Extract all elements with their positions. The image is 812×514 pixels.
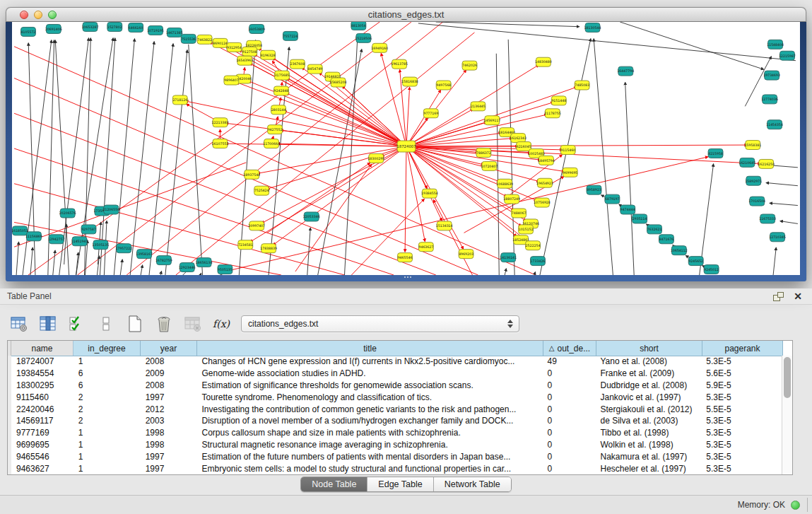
graph-node[interactable]: 18495794 xyxy=(538,156,555,165)
graph-node[interactable]: 16185051 xyxy=(12,226,28,235)
graph-node[interactable]: 7525424 xyxy=(254,186,269,195)
graph-node[interactable]: 15958381 xyxy=(744,141,761,150)
graph-node[interactable]: 19734693 xyxy=(763,71,780,80)
graph-node[interactable]: 8813054 xyxy=(351,22,366,30)
graph-node[interactable]: 14671385 xyxy=(166,28,183,37)
graph-node[interactable]: 2367608 xyxy=(290,59,305,69)
graph-node[interactable]: 9463627 xyxy=(418,243,433,252)
graph-node[interactable]: 22053346 xyxy=(303,212,320,221)
table-row[interactable]: 977716911998Corpus callosum shape and si… xyxy=(8,427,782,439)
graph-node[interactable]: 3175685 xyxy=(275,71,290,80)
table-row[interactable]: 946362711997Embryonic stem cells: a mode… xyxy=(8,462,782,474)
graph-node[interactable]: 11548408 xyxy=(767,40,784,49)
graph-node[interactable]: 8196328 xyxy=(261,50,276,59)
graph-node[interactable]: 7515536 xyxy=(181,34,196,43)
graph-node[interactable]: 21178755 xyxy=(544,109,561,118)
graph-node[interactable]: 16447794 xyxy=(617,66,634,76)
graph-node[interactable]: 17016504 xyxy=(748,197,765,206)
graph-node[interactable]: 8215958 xyxy=(708,148,723,158)
splitter-handle[interactable] xyxy=(404,276,413,281)
graph-node[interactable]: 10720407 xyxy=(481,161,498,170)
graph-node[interactable]: 12215987 xyxy=(779,51,796,60)
new-document-icon[interactable] xyxy=(125,314,145,334)
graph-node[interactable]: 9242848 xyxy=(274,86,289,95)
graph-node[interactable]: 14569117 xyxy=(483,116,500,125)
close-window-icon[interactable] xyxy=(20,11,28,19)
graph-node[interactable]: 9896407 xyxy=(224,76,239,85)
graph-node[interactable]: 18807249 xyxy=(503,194,520,204)
memory-status-icon[interactable] xyxy=(791,501,800,510)
graph-node[interactable]: 9699695 xyxy=(563,168,577,177)
graph-node[interactable]: 2522254 xyxy=(526,241,541,250)
graph-node[interactable]: 20691406 xyxy=(45,24,62,33)
graph-node[interactable]: 18130544 xyxy=(584,23,601,32)
graph-node[interactable]: 13958167 xyxy=(136,250,153,259)
graph-node[interactable]: 9151448 xyxy=(551,96,566,105)
scrollbar-thumb[interactable] xyxy=(784,357,791,398)
graph-node[interactable]: 9465546 xyxy=(398,253,413,262)
graph-node[interactable]: 2935114 xyxy=(632,214,647,223)
function-builder-icon[interactable]: f(x) xyxy=(213,318,230,329)
graph-node[interactable]: 7234581 xyxy=(238,240,253,250)
minimize-window-icon[interactable] xyxy=(34,11,42,19)
trash-icon[interactable] xyxy=(154,314,174,334)
graph-node[interactable]: 17957222 xyxy=(115,244,132,253)
graph-node[interactable]: 9312954 xyxy=(227,42,242,52)
graph-node[interactable]: 8454749 xyxy=(307,64,322,74)
graph-node[interactable]: 10688639 xyxy=(496,179,513,188)
graph-node[interactable]: 12710345 xyxy=(769,233,786,242)
graph-node[interactable]: 8471676 xyxy=(659,235,674,244)
graph-node[interactable]: 16162343 xyxy=(510,134,526,143)
table-selector-dropdown[interactable]: citations_edges.txt xyxy=(241,315,519,332)
row-selection-icon[interactable] xyxy=(67,314,87,334)
graph-node[interactable]: 9505135 xyxy=(218,265,233,274)
column-header-title[interactable]: title xyxy=(197,341,543,356)
graph-node[interactable]: 12213383 xyxy=(212,118,229,127)
graph-node[interactable]: 9245652 xyxy=(688,257,703,266)
graph-node[interactable]: 7886372 xyxy=(476,148,491,158)
graph-node[interactable]: 9777169 xyxy=(423,109,438,118)
graph-node[interactable]: 15816838 xyxy=(401,77,418,86)
graph-node[interactable]: 10719195 xyxy=(147,25,164,35)
column-header-name[interactable]: name xyxy=(11,341,73,356)
window-titlebar[interactable]: citations_edges.txt xyxy=(6,7,806,22)
graph-node[interactable]: 11451947 xyxy=(71,237,88,246)
graph-node[interactable]: 8690124 xyxy=(213,38,228,47)
column-header-short[interactable]: short xyxy=(596,341,702,356)
graph-node[interactable]: 16949160 xyxy=(371,43,388,52)
graph-node[interactable]: 15685208 xyxy=(330,78,347,87)
delete-table-icon[interactable] xyxy=(183,314,203,334)
graph-node[interactable]: 11675333 xyxy=(759,214,776,223)
table-mode-icon[interactable] xyxy=(9,314,29,334)
graph-node[interactable]: 15134314 xyxy=(436,221,453,230)
column-header-pagerank[interactable]: pagerank xyxy=(702,341,783,356)
graph-node[interactable]: 1733426 xyxy=(531,257,546,266)
graph-node[interactable]: 16216250 xyxy=(758,159,775,168)
graph-node[interactable]: 17838839 xyxy=(260,244,277,253)
graph-node[interactable]: 14830480 xyxy=(535,57,552,66)
graph-node[interactable]: 7632621 xyxy=(647,225,662,234)
graph-node[interactable]: 12942757 xyxy=(48,235,65,244)
graph-node[interactable]: 18724007 xyxy=(396,141,416,152)
graph-node[interactable]: 9427552 xyxy=(268,125,283,134)
graph-node[interactable]: 11156869 xyxy=(25,232,42,241)
graph-node[interactable]: 16543963 xyxy=(236,56,253,65)
graph-node[interactable]: 20206576 xyxy=(59,209,76,218)
graph-node[interactable]: 16782759 xyxy=(155,256,172,265)
graph-node[interactable]: 15218506 xyxy=(355,33,372,42)
table-row[interactable]: 1456911722003Disruption of a novel membe… xyxy=(8,415,782,427)
graph-node[interactable]: 18300295 xyxy=(367,153,384,163)
table-row[interactable]: 969969511998Structural magnetic resonanc… xyxy=(8,439,782,451)
graph-node[interactable]: 18656134 xyxy=(196,258,213,267)
column-header-year[interactable]: year xyxy=(141,341,197,356)
graph-node[interactable]: 18937544 xyxy=(243,170,260,179)
column-header-out-de-[interactable]: △out_de... xyxy=(543,341,596,356)
graph-node[interactable]: 9245012 xyxy=(704,265,719,274)
graph-node[interactable]: 10756928 xyxy=(534,198,551,207)
graph-node[interactable]: 8958923 xyxy=(587,185,601,194)
graph-node[interactable]: 16053809 xyxy=(248,24,265,33)
zoom-window-icon[interactable] xyxy=(48,11,57,19)
rows-icon[interactable] xyxy=(96,314,116,334)
graph-node[interactable]: 12923446 xyxy=(179,263,196,272)
graph-node[interactable]: 19654923 xyxy=(536,178,553,187)
